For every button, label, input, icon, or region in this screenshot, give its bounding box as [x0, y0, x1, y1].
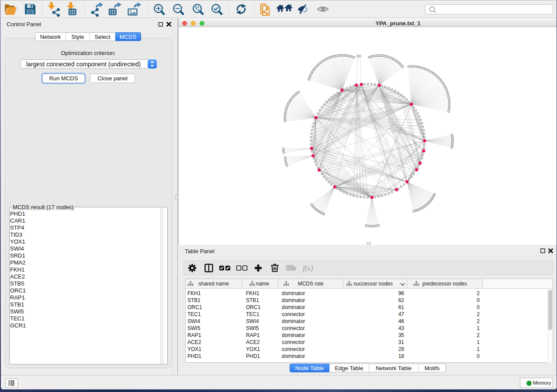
svg-text:f(x): f(x) — [303, 264, 313, 272]
